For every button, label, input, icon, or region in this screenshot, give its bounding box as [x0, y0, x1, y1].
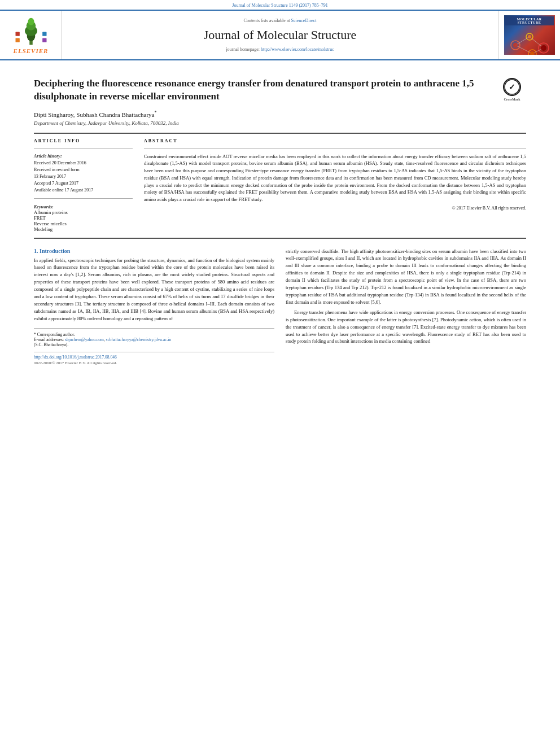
svg-rect-8 [42, 38, 46, 42]
keyword-4: Modeling [34, 226, 133, 232]
svg-point-17 [513, 43, 518, 47]
divider-before-body [34, 238, 526, 239]
received-date: Received 20 December 2016 [34, 160, 133, 167]
elsevier-tree-icon [11, 16, 51, 47]
mol-structure-label: MOLECULARSTRUCTURE [505, 16, 554, 25]
section-number-title: 1. Introduction [34, 248, 274, 254]
keywords-section: Keywords: Albumin proteins FRET Reverse … [34, 204, 133, 232]
email-2[interactable]: scbhattacharyya@chemistry.jdvu.ac.in [106, 337, 172, 342]
contents-available-text: Contents lists available at ScienceDirec… [244, 18, 317, 23]
svg-point-18 [528, 35, 531, 38]
abstract-heading: ABSTRACT [144, 138, 526, 143]
svg-point-19 [541, 45, 546, 51]
crossmark-badge: ✓ CrossMark [498, 77, 526, 103]
authors-line: Dipti Singharoy, Subhash Chandra Bhattac… [34, 110, 526, 118]
revised-label: Received in revised form [34, 167, 133, 173]
keyword-2: FRET [34, 215, 133, 221]
divider-after-affiliation [34, 133, 526, 134]
doi-url[interactable]: http://dx.doi.org/10.1016/j.molstruc.201… [34, 355, 274, 360]
revised-date: 13 February 2017 [34, 173, 133, 180]
journal-header: ELSEVIER Contents lists available at Sci… [0, 10, 560, 60]
abstract-text: Constrained environmental effect inside … [144, 153, 526, 203]
intro-col-left-text: In applied fields, spectroscopic techniq… [34, 257, 274, 322]
svg-point-20 [530, 51, 535, 55]
introduction-section: 1. Introduction In applied fields, spect… [34, 248, 526, 365]
crossmark-icon: ✓ [503, 78, 521, 96]
doi-section: http://dx.doi.org/10.1016/j.molstruc.201… [34, 352, 274, 365]
keywords-label: Keywords: [34, 204, 133, 209]
elsevier-logo-section: ELSEVIER [0, 11, 62, 59]
history-label: Article history: [34, 153, 133, 160]
article-title: Deciphering the fluorescence resonance e… [34, 77, 526, 103]
mol-structure-graphic [504, 25, 555, 55]
journal-citation-bar: Journal of Molecular Structure 1149 (201… [0, 0, 560, 10]
corresponding-author-note: * Corresponding author. [34, 332, 274, 337]
email-1[interactable]: sbjuchem@yahoo.com [65, 337, 104, 342]
svg-point-4 [28, 18, 34, 25]
intro-para-3: Energy transfer phenomena have wide appl… [286, 309, 526, 346]
article-info-column: ARTICLE INFO Article history: Received 2… [34, 138, 133, 232]
journal-homepage: journal homepage: http://www.elsevier.co… [226, 47, 334, 52]
article-history: Article history: Received 20 December 20… [34, 153, 133, 194]
intro-para-2: strictly conserved disulfide. The high a… [286, 248, 526, 306]
journal-header-center: Contents lists available at ScienceDirec… [62, 11, 498, 59]
email-line: E-mail addresses: sbjuchem@yahoo.com, sc… [34, 337, 274, 342]
mol-structure-logo-section: MOLECULARSTRUCTURE [498, 11, 560, 59]
crossmark-svg: ✓ [504, 79, 520, 95]
bottom-copyright: 0022-2860/© 2017 Elsevier B.V. All right… [34, 361, 274, 365]
elsevier-wordmark: ELSEVIER [14, 47, 49, 54]
svg-rect-7 [42, 32, 46, 36]
svg-rect-6 [15, 38, 19, 42]
article-info-heading: ARTICLE INFO [34, 138, 133, 143]
svg-text:✓: ✓ [509, 82, 515, 91]
info-abstract-section: ARTICLE INFO Article history: Received 2… [34, 138, 526, 232]
abstract-copyright: © 2017 Elsevier B.V. All rights reserved… [144, 206, 526, 211]
article-title-section: Deciphering the fluorescence resonance e… [34, 77, 526, 103]
elsevier-logo: ELSEVIER [11, 16, 51, 54]
info-divider [34, 148, 133, 148]
journal-citation-text: Journal of Molecular Structure 1149 (201… [232, 3, 327, 8]
mol-structure-image: MOLECULARSTRUCTURE [504, 15, 555, 55]
email-owner: (S.C. Bhattacharya). [34, 342, 274, 347]
available-date: Available online 17 August 2017 [34, 187, 133, 194]
accepted-date: Accepted 7 August 2017 [34, 180, 133, 187]
abstract-column: ABSTRACT Constrained environmental effec… [144, 138, 526, 232]
svg-rect-5 [15, 32, 19, 36]
homepage-url[interactable]: http://www.elsevier.com/locate/molstruc [261, 47, 334, 52]
content-wrapper: Deciphering the fluorescence resonance e… [0, 60, 560, 365]
footnote-section: * Corresponding author. E-mail addresses… [34, 328, 274, 347]
sciencedirect-link[interactable]: ScienceDirect [291, 18, 317, 23]
intro-col-left: 1. Introduction In applied fields, spect… [34, 248, 274, 365]
crossmark-label: CrossMark [504, 97, 520, 102]
abstract-divider [144, 148, 526, 148]
affiliation: Department of Chemistry, Jadavpur Univer… [34, 120, 526, 126]
keyword-1: Albumin proteins [34, 209, 133, 215]
intro-col-right-text: strictly conserved disulfide. The high a… [286, 248, 526, 346]
intro-para-1: In applied fields, spectroscopic techniq… [34, 257, 274, 322]
journal-title: Journal of Molecular Structure [204, 28, 357, 42]
intro-col-right: strictly conserved disulfide. The high a… [286, 248, 526, 365]
keyword-3: Reverse micelles [34, 221, 133, 226]
keywords-divider [34, 198, 133, 199]
